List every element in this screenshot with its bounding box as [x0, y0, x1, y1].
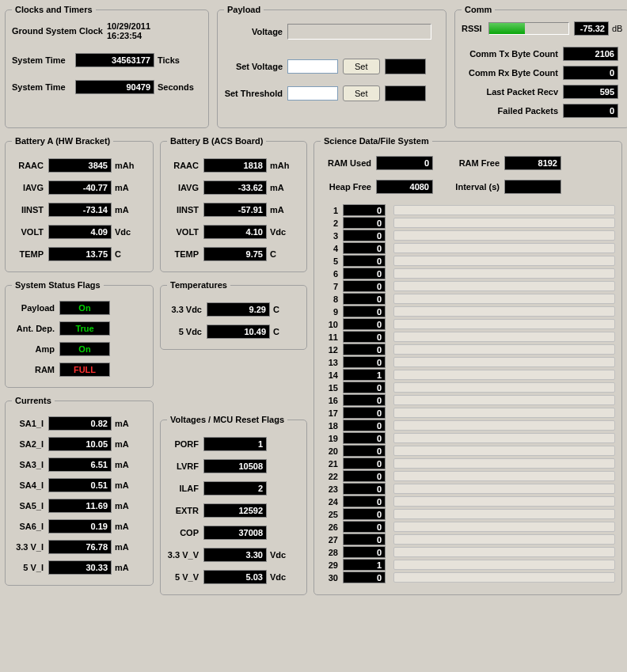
- set-threshold-label: Set Threshold: [224, 89, 287, 98]
- sci-row-bar-17: [393, 408, 615, 418]
- sci-row-value-28: 0: [343, 546, 386, 558]
- voltages-mcu-panel: Voltages / MCU Reset Flags PORF1LVRF1050…: [160, 415, 307, 595]
- currents-rows-row-2: SA3_I6.51mA: [12, 457, 146, 472]
- set-threshold-button[interactable]: Set: [343, 85, 380, 101]
- batB-rows-value-3: 4.10: [203, 225, 267, 239]
- comm-last-label: Last Packet Recv: [462, 87, 563, 97]
- gsc-time: 16:23:54: [107, 31, 150, 40]
- interval-label: Interval (s): [452, 182, 504, 192]
- sci-row-value-27: 0: [343, 533, 386, 545]
- currents-rows-row-5: SA6_I0.19mA: [12, 519, 146, 533]
- rssi-unit: dB: [609, 24, 622, 33]
- science-legend: Science Data/File System: [321, 136, 432, 146]
- sci-row-value-12: 0: [343, 344, 386, 355]
- vmcu-rows-label-1: LVRF: [167, 461, 203, 471]
- sci-row-value-8: 0: [343, 293, 386, 305]
- sci-row-bar-21: [393, 458, 615, 469]
- batA-rows-row-3: VOLT4.09Vdc: [12, 225, 146, 239]
- sci-row-value-29: 1: [343, 559, 386, 571]
- sci-row-num-13: 13: [321, 358, 338, 367]
- ram-used-value: 0: [376, 156, 433, 170]
- currents-rows-value-1: 10.05: [48, 437, 112, 451]
- currents-panel: Currents SA1_I0.82mASA2_I10.05mASA3_I6.5…: [5, 396, 154, 586]
- sci-row-value-22: 0: [343, 470, 386, 482]
- sci-row-bar-15: [393, 382, 615, 393]
- system-status-legend: System Status Flags: [12, 280, 104, 290]
- currents-rows-label-1: SA2_I: [12, 439, 48, 449]
- currents-rows-row-6: 3.3 V_I76.78mA: [12, 540, 146, 554]
- vmcu-rows-unit-6: Vdc: [267, 572, 286, 582]
- clocks-legend: Clocks and Timers: [12, 5, 96, 14]
- system-status-panel: System Status Flags PayloadOnAnt. Dep.Tr…: [5, 280, 154, 388]
- sci-row-num-20: 20: [321, 446, 338, 456]
- vmcu-rows-value-1: 10508: [203, 459, 267, 473]
- sci-row-value-1: 0: [343, 204, 386, 216]
- set-threshold-input[interactable]: [287, 86, 338, 101]
- sci-row-bar-9: [393, 306, 615, 317]
- currents-rows-value-0: 0.82: [48, 416, 112, 431]
- currents-rows-label-6: 3.3 V_I: [12, 542, 48, 552]
- sci-row-num-11: 11: [321, 332, 338, 342]
- currents-rows-unit-5: mA: [112, 522, 129, 531]
- temps-rows-unit-1: C: [270, 327, 279, 336]
- currents-rows-unit-4: mA: [112, 501, 129, 511]
- currents-rows-row-7: 5 V_I30.33mA: [12, 560, 146, 575]
- currents-rows-value-6: 76.78: [48, 540, 112, 554]
- temps-rows-label-0: 3.3 Vdc: [167, 305, 207, 314]
- set-voltage-input[interactable]: [287, 59, 338, 74]
- sci-row-num-2: 2: [321, 218, 338, 228]
- batA-rows-value-2: -73.14: [48, 203, 112, 217]
- sci-row-bar-1: [393, 205, 615, 215]
- vmcu-rows-value-2: 2: [203, 481, 267, 495]
- sci-row-bar-23: [393, 484, 615, 494]
- sci-row-bar-3: [393, 230, 615, 241]
- sci-row-bar-26: [393, 522, 615, 532]
- currents-rows-unit-3: mA: [112, 480, 129, 490]
- currents-rows-unit-6: mA: [112, 542, 129, 552]
- vmcu-rows-value-5: 3.30: [203, 548, 267, 562]
- currents-rows-label-5: SA6_I: [12, 522, 48, 531]
- flags-rows-row-3: RAMFULL: [12, 363, 146, 377]
- currents-rows-unit-7: mA: [112, 563, 129, 572]
- sci-row-value-2: 0: [343, 217, 386, 229]
- vmcu-rows-row-3: EXTR12592: [167, 503, 300, 518]
- sci-row-bar-5: [393, 256, 615, 266]
- sci-row-bar-20: [393, 446, 615, 456]
- comm-failed-value: 0: [563, 104, 618, 118]
- sci-row-num-8: 8: [321, 294, 338, 304]
- systime2-value: 90479: [75, 80, 154, 94]
- sci-row-bar-14: [393, 370, 615, 380]
- batA-rows-row-0: RAAC3845mAh: [12, 158, 146, 173]
- vmcu-rows-row-5: 3.3 V_V3.30Vdc: [167, 548, 300, 562]
- vmcu-rows-row-2: ILAF2: [167, 481, 300, 495]
- sci-row-num-27: 27: [321, 535, 338, 545]
- sci-row-value-25: 0: [343, 508, 386, 520]
- gsc-label: Ground System Clock: [12, 26, 107, 36]
- temps-rows-value-1: 10.49: [207, 325, 270, 339]
- interval-value: [504, 180, 561, 194]
- currents-rows-value-7: 30.33: [48, 560, 112, 575]
- sci-row-num-17: 17: [321, 408, 338, 418]
- sci-row-value-13: 0: [343, 356, 386, 368]
- currents-rows-value-5: 0.19: [48, 519, 112, 533]
- rssi-label: RSSI: [462, 24, 488, 33]
- sci-row-value-26: 0: [343, 521, 386, 533]
- batB-rows-value-1: -33.62: [203, 180, 267, 195]
- vmcu-rows-value-3: 12592: [203, 503, 267, 518]
- battery-b-panel: Battery B (ACS Board) RAAC1818mAhIAVG-33…: [160, 136, 307, 272]
- batA-rows-value-0: 3845: [48, 158, 112, 173]
- set-voltage-button[interactable]: Set: [343, 59, 380, 74]
- currents-rows-row-4: SA5_I11.69mA: [12, 499, 146, 513]
- sci-row-value-5: 0: [343, 255, 386, 267]
- sci-row-num-30: 30: [321, 573, 338, 583]
- batA-rows-unit-4: C: [112, 249, 121, 259]
- sci-row-num-28: 28: [321, 548, 338, 557]
- comm-last-value: 595: [563, 85, 618, 99]
- sci-row-value-23: 0: [343, 483, 386, 495]
- batB-rows-label-0: RAAC: [167, 161, 203, 170]
- currents-rows-label-4: SA5_I: [12, 501, 48, 511]
- sci-row-num-9: 9: [321, 307, 338, 317]
- batA-rows-value-3: 4.09: [48, 225, 112, 239]
- sci-row-bar-8: [393, 294, 615, 304]
- temps-rows-row-1: 5 Vdc10.49C: [167, 325, 300, 339]
